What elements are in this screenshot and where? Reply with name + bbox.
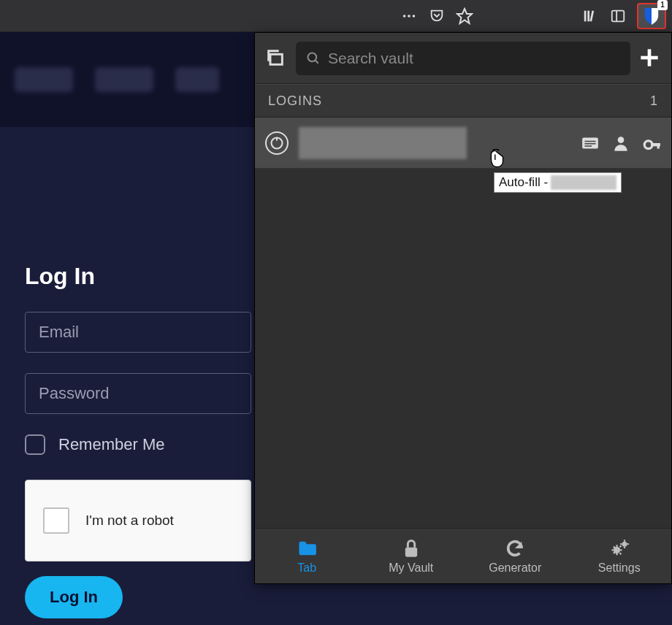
login-button[interactable]: Log In <box>25 576 123 618</box>
svg-point-2 <box>413 15 416 18</box>
folder-icon <box>296 538 318 559</box>
svg-rect-5 <box>587 10 589 21</box>
login-item-name-redacted <box>299 127 467 159</box>
tab-tab[interactable]: Tab <box>255 529 359 583</box>
add-item-button[interactable] <box>639 47 661 69</box>
remember-label: Remember Me <box>58 435 164 454</box>
login-form: Log In Remember Me I'm not a robot Log I… <box>25 263 251 618</box>
svg-point-10 <box>308 53 317 61</box>
login-heading: Log In <box>25 263 251 290</box>
svg-rect-17 <box>584 140 595 142</box>
remember-checkbox[interactable] <box>25 434 45 455</box>
site-icon <box>265 131 289 155</box>
copy-password-icon[interactable] <box>642 134 661 153</box>
popup-header <box>255 33 671 84</box>
search-box[interactable] <box>296 42 630 75</box>
tab-settings[interactable]: Settings <box>568 529 672 583</box>
tab-generator[interactable]: Generator <box>463 529 568 583</box>
autofill-tooltip: Auto-fill - <box>494 172 622 193</box>
password-field[interactable] <box>25 373 251 414</box>
svg-point-20 <box>618 137 625 143</box>
tooltip-redacted <box>551 175 616 190</box>
library-icon[interactable] <box>581 7 599 25</box>
svg-rect-24 <box>405 547 417 556</box>
sidebar-icon[interactable] <box>609 7 627 25</box>
svg-line-11 <box>316 60 318 63</box>
svg-marker-3 <box>457 9 472 23</box>
popout-icon[interactable] <box>265 47 287 69</box>
search-input[interactable] <box>328 50 620 67</box>
bookmark-star-icon[interactable] <box>456 7 473 25</box>
svg-rect-13 <box>641 55 657 59</box>
extension-badge: 1 <box>657 0 668 10</box>
search-icon <box>306 51 321 66</box>
svg-rect-6 <box>589 10 594 21</box>
recaptcha-label: I'm not a robot <box>85 513 174 529</box>
bitwarden-popup: LOGINS 1 Tab My Vault Generator Settin <box>254 32 672 584</box>
page-nav-blurred <box>0 32 256 127</box>
tab-my-vault[interactable]: My Vault <box>359 529 464 583</box>
recaptcha[interactable]: I'm not a robot <box>25 480 251 561</box>
login-item-row[interactable] <box>255 118 671 169</box>
section-label: LOGINS <box>268 93 322 109</box>
bitwarden-extension-button[interactable]: 1 <box>637 3 666 29</box>
recaptcha-checkbox[interactable] <box>43 507 69 534</box>
svg-rect-4 <box>584 10 587 21</box>
section-count: 1 <box>650 93 658 109</box>
svg-rect-19 <box>584 145 592 147</box>
page-actions-icon[interactable] <box>400 7 418 25</box>
svg-rect-18 <box>584 143 595 145</box>
lock-icon <box>400 538 422 559</box>
svg-point-26 <box>622 541 627 546</box>
browser-toolbar: 1 <box>0 0 672 32</box>
gears-icon <box>608 538 630 559</box>
svg-rect-9 <box>270 54 282 64</box>
pocket-icon[interactable] <box>428 7 446 25</box>
svg-rect-23 <box>657 143 660 149</box>
logins-section-header: LOGINS 1 <box>255 84 671 118</box>
refresh-icon <box>504 538 526 559</box>
copy-user-icon[interactable] <box>611 134 630 153</box>
svg-point-0 <box>403 15 406 18</box>
email-field[interactable] <box>25 312 251 353</box>
popup-bottom-tabs: Tab My Vault Generator Settings <box>255 528 671 583</box>
view-item-icon[interactable] <box>581 134 600 153</box>
svg-rect-7 <box>612 10 625 21</box>
svg-point-1 <box>408 15 411 18</box>
tooltip-prefix: Auto-fill - <box>499 175 548 190</box>
